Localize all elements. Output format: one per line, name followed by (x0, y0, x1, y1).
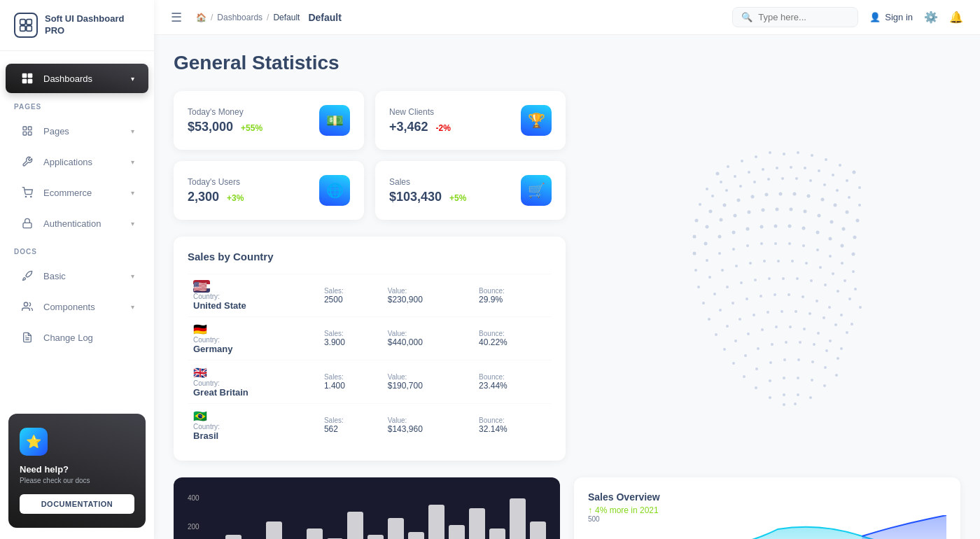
svg-point-102 (816, 248, 819, 251)
svg-point-113 (791, 260, 794, 262)
svg-point-183 (769, 379, 771, 382)
menu-toggle[interactable]: ☰ (171, 10, 182, 25)
stat-value-users: 2,300 +3% (188, 190, 244, 204)
svg-point-64 (834, 204, 837, 207)
svg-point-82 (718, 235, 722, 239)
sidebar-nav: Dashboards ▾ PAGES Pages ▾ App (0, 51, 154, 402)
sidebar-item-changelog-label: Change Log (43, 332, 134, 343)
flag-us: 🇺🇸 (193, 280, 210, 293)
svg-point-188 (769, 396, 771, 399)
svg-point-140 (816, 300, 818, 302)
svg-point-126 (796, 277, 799, 280)
svg-point-110 (749, 262, 752, 265)
svg-point-71 (748, 211, 751, 214)
svg-point-48 (795, 177, 798, 180)
svg-point-46 (767, 178, 770, 181)
stat-info-clients: New Clients +3,462 -2% (389, 107, 451, 134)
sidebar-item-ecommerce[interactable]: Ecommerce ▾ (6, 178, 148, 207)
svg-rect-2 (20, 26, 26, 31)
svg-rect-3 (27, 26, 32, 31)
svg-point-81 (704, 242, 708, 246)
svg-point-93 (694, 269, 697, 272)
sidebar-item-applications[interactable]: Applications ▾ (6, 147, 148, 176)
svg-point-35 (790, 166, 792, 169)
signin-button[interactable]: 👤 Sign in (869, 12, 913, 22)
sidebar-item-authentication[interactable]: Authentication ▾ (6, 209, 148, 238)
stat-info-sales: Sales $103,430 +5% (389, 177, 466, 204)
sidebar-item-components[interactable]: Components ▾ (6, 292, 148, 321)
svg-point-30 (720, 181, 722, 183)
breadcrumb-dashboards[interactable]: Dashboards (217, 13, 262, 22)
svg-rect-11 (28, 132, 31, 135)
svg-point-76 (818, 214, 821, 218)
svg-point-56 (723, 204, 727, 207)
svg-point-163 (829, 340, 832, 342)
sales-overview-title: Sales Overview (588, 491, 946, 503)
notifications-icon[interactable]: 🔔 (949, 10, 963, 24)
sidebar-item-basic[interactable]: Basic ▾ (6, 261, 148, 290)
svg-point-144 (715, 333, 718, 336)
settings-icon[interactable]: ⚙️ (924, 10, 938, 24)
svg-point-23 (825, 158, 827, 161)
documentation-button[interactable]: DOCUMENTATION (20, 494, 134, 514)
svg-point-12 (25, 196, 26, 197)
svg-point-132 (708, 318, 710, 321)
svg-point-54 (695, 219, 699, 223)
svg-point-120 (713, 293, 716, 295)
sidebar-item-basic-label: Basic (43, 271, 122, 281)
svg-point-68 (706, 225, 709, 229)
docs-section-label: DOCS (0, 239, 154, 260)
svg-point-19 (797, 151, 799, 154)
svg-point-78 (842, 227, 846, 231)
sidebar-item-dashboards[interactable]: Dashboards ▾ (6, 64, 148, 93)
svg-point-150 (794, 310, 797, 313)
svg-point-87 (788, 225, 792, 228)
svg-point-90 (829, 237, 832, 241)
stat-label-users: Today's Users (188, 177, 244, 187)
svg-point-121 (726, 286, 729, 288)
content-area: General Statistics (154, 35, 980, 539)
svg-point-111 (763, 260, 766, 262)
dashboard-icon (20, 71, 35, 86)
svg-point-85 (760, 225, 764, 229)
search-box[interactable]: 🔍 (732, 7, 858, 27)
user-icon: 👤 (869, 12, 881, 22)
stat-card-money: Today's Money $53,000 +55% 💵 (174, 91, 364, 150)
sidebar-item-changelog[interactable]: Change Log (6, 323, 148, 352)
svg-point-26 (727, 165, 729, 168)
svg-point-193 (794, 402, 797, 405)
svg-point-37 (818, 169, 820, 172)
table-row: 🇺🇸 Country: United State Sales:2500 Valu… (188, 274, 552, 317)
svg-point-145 (726, 325, 729, 328)
search-input[interactable] (758, 12, 856, 22)
trend-up-icon: ↑ (588, 505, 592, 515)
search-icon: 🔍 (741, 12, 752, 22)
svg-point-170 (799, 341, 802, 344)
svg-point-101 (802, 244, 805, 247)
logo-icon (14, 13, 38, 38)
flag-gb: 🇬🇧 (193, 367, 207, 379)
svg-point-36 (804, 167, 806, 169)
svg-point-96 (732, 248, 735, 251)
svg-point-123 (754, 279, 757, 281)
svg-point-138 (788, 293, 790, 296)
sidebar-item-pages[interactable]: Pages ▾ (6, 116, 148, 146)
flag-br: 🇧🇷 (193, 410, 207, 422)
svg-point-130 (848, 298, 851, 300)
svg-point-31 (734, 175, 736, 178)
home-icon: 🏠 (196, 13, 206, 22)
svg-rect-9 (28, 127, 31, 130)
topbar: ☰ 🏠 / Dashboards / Default Default 🔍 👤 S… (154, 0, 980, 35)
svg-point-178 (797, 358, 800, 361)
signin-label: Sign in (885, 12, 913, 22)
svg-point-119 (702, 302, 705, 304)
svg-point-135 (746, 298, 748, 300)
svg-rect-6 (22, 79, 27, 84)
breadcrumb: 🏠 / Dashboards / Default Default (196, 12, 342, 23)
svg-point-146 (738, 318, 741, 321)
svg-point-21 (769, 151, 771, 154)
svg-point-34 (776, 167, 778, 169)
y-labels: 500 400 (588, 515, 600, 539)
svg-point-24 (741, 160, 743, 162)
svg-point-58 (751, 195, 755, 199)
